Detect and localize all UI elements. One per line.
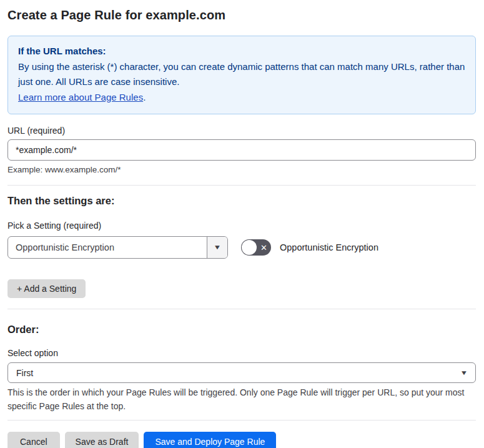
toggle-knob <box>242 240 257 255</box>
page-title: Create a Page Rule for example.com <box>7 7 476 22</box>
setting-select[interactable]: Opportunistic Encryption ▼ <box>7 236 228 259</box>
url-example-text: Example: www.example.com/* <box>7 164 476 176</box>
footer-divider <box>7 420 476 421</box>
save-draft-button[interactable]: Save as Draft <box>65 432 139 448</box>
info-box-body: By using the asterisk (*) character, you… <box>18 59 465 90</box>
url-input[interactable] <box>7 139 476 161</box>
toggle-group: ✕ Opportunistic Encryption <box>241 239 378 256</box>
setting-row: Opportunistic Encryption ▼ ✕ Opportunist… <box>7 236 476 259</box>
pick-setting-label: Pick a Setting (required) <box>7 221 476 231</box>
link-period: . <box>143 92 146 102</box>
learn-more-link[interactable]: Learn more about Page Rules <box>18 92 143 102</box>
section-divider <box>7 185 476 186</box>
opportunistic-encryption-toggle[interactable]: ✕ <box>241 239 271 256</box>
order-select[interactable]: First ▼ <box>7 362 476 383</box>
x-icon: ✕ <box>260 244 267 252</box>
page-rule-form: Create a Page Rule for example.com If th… <box>0 0 484 448</box>
order-help-text: This is the order in which your Page Rul… <box>7 386 473 413</box>
cancel-button[interactable]: Cancel <box>7 432 60 448</box>
save-deploy-button[interactable]: Save and Deploy Page Rule <box>144 432 276 448</box>
chevron-down-icon: ▼ <box>460 370 468 376</box>
footer-actions: Cancel Save as Draft Save and Deploy Pag… <box>7 432 476 448</box>
setting-select-arrow-segment[interactable]: ▼ <box>207 237 227 258</box>
order-section-heading: Order: <box>7 323 476 336</box>
section-divider <box>7 309 476 309</box>
order-select-label: Select option <box>7 348 476 359</box>
chevron-down-icon: ▼ <box>214 244 222 251</box>
info-box-heading: If the URL matches: <box>18 44 465 59</box>
add-setting-button[interactable]: + Add a Setting <box>7 279 86 298</box>
setting-select-value: Opportunistic Encryption <box>8 237 207 258</box>
settings-section-heading: Then the settings are: <box>7 194 476 207</box>
info-box-link-line: Learn more about Page Rules. <box>18 90 465 106</box>
url-matches-info-box: If the URL matches: By using the asteris… <box>7 36 476 114</box>
toggle-label: Opportunistic Encryption <box>280 242 378 252</box>
order-select-value: First <box>16 368 33 378</box>
url-field-label: URL (required) <box>7 126 476 136</box>
